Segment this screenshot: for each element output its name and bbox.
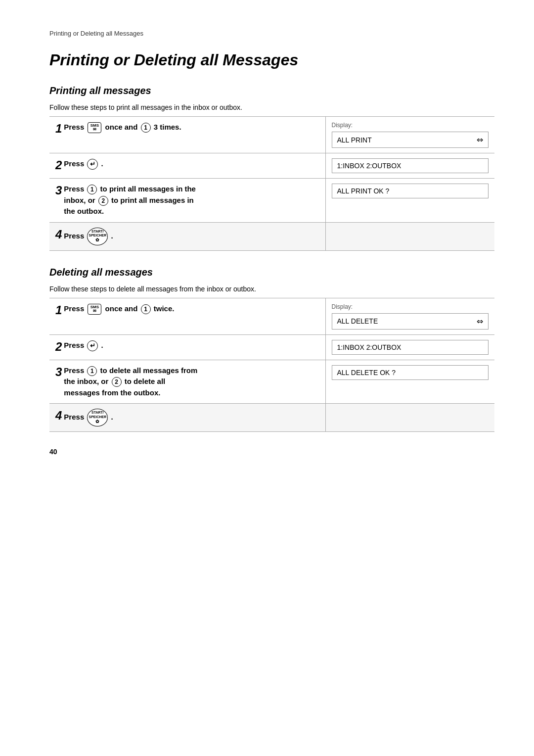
- display-label: Display:: [332, 303, 489, 310]
- printing-step-3: 3 Press 1 to print all messages in the i…: [49, 179, 494, 223]
- display-cell-d1: Display: ALL DELETE ⇔: [325, 298, 494, 334]
- circle-1-icon: 1: [141, 304, 151, 314]
- printing-step-2: 2 Press ↵ . 1:INBOX 2:OUTBOX: [49, 153, 494, 179]
- deleting-table: 1 Press SMS ✉ once and 1 twice. Display:…: [49, 298, 494, 432]
- step-number: 1: [55, 303, 62, 317]
- display-cell-d2: 1:INBOX 2:OUTBOX: [325, 334, 494, 360]
- printing-section-title: Printing all messages: [49, 85, 494, 96]
- step-number: 3: [55, 365, 62, 379]
- start-speicher-icon: START/SPEICHER ✿: [87, 228, 108, 245]
- display-text-d1: ALL DELETE: [337, 317, 378, 325]
- circle-1-icon: 1: [87, 185, 97, 194]
- arrow-icon: ⇔: [477, 135, 483, 144]
- arrow-icon: ⇔: [477, 317, 483, 326]
- display-cell-p4: [325, 222, 494, 250]
- display-text-d3: ALL DELETE OK ?: [337, 369, 396, 377]
- enter-button-icon: ↵: [87, 340, 98, 351]
- breadcrumb: Printing or Deleting all Messages: [49, 30, 494, 37]
- circle-2-icon: 2: [112, 377, 122, 387]
- display-box-p2: 1:INBOX 2:OUTBOX: [332, 158, 489, 173]
- step-content: Press ↵ .: [64, 158, 103, 170]
- display-text-p3: ALL PRINT OK ?: [337, 187, 390, 195]
- page-title: Printing or Deleting all Messages: [49, 51, 494, 69]
- deleting-step-1: 1 Press SMS ✉ once and 1 twice. Display:…: [49, 298, 494, 334]
- display-cell-p1: Display: ALL PRINT ⇔: [325, 117, 494, 153]
- display-box-d2: 1:INBOX 2:OUTBOX: [332, 340, 489, 355]
- step-number: 4: [55, 228, 62, 241]
- start-speicher-icon: START/SPEICHER ✿: [87, 409, 108, 426]
- display-box-d1: ALL DELETE ⇔: [332, 313, 489, 330]
- display-box-d3: ALL DELETE OK ?: [332, 365, 489, 380]
- printing-intro: Follow these steps to print all messages…: [49, 103, 494, 111]
- display-cell-p2: 1:INBOX 2:OUTBOX: [325, 153, 494, 179]
- step-content: Press 1 to print all messages in the inb…: [64, 184, 196, 217]
- display-cell-d3: ALL DELETE OK ?: [325, 360, 494, 404]
- step-number: 3: [55, 184, 62, 197]
- circle-1-icon: 1: [141, 123, 151, 133]
- deleting-section-title: Deleting all messages: [49, 267, 494, 278]
- display-cell-d4: [325, 404, 494, 432]
- deleting-intro: Follow these steps to delete all message…: [49, 285, 494, 293]
- enter-button-icon: ↵: [87, 159, 98, 170]
- sms-button-icon: SMS ✉: [88, 304, 101, 315]
- step-content: Press START/SPEICHER ✿ .: [64, 409, 113, 426]
- deleting-step-2: 2 Press ↵ . 1:INBOX 2:OUTBOX: [49, 334, 494, 360]
- sms-button-icon: SMS ✉: [88, 122, 101, 133]
- display-text-p1: ALL PRINT: [337, 136, 372, 144]
- step-content: Press ↵ .: [64, 340, 103, 351]
- display-text-p2: 1:INBOX 2:OUTBOX: [337, 162, 401, 170]
- printing-step-4: 4 Press START/SPEICHER ✿ .: [49, 222, 494, 250]
- step-number: 1: [55, 122, 62, 136]
- display-box-p3: ALL PRINT OK ?: [332, 184, 489, 198]
- step-content: Press SMS ✉ once and 1 3 times.: [64, 122, 181, 133]
- display-box-p1: ALL PRINT ⇔: [332, 132, 489, 148]
- printing-table: 1 Press SMS ✉ once and 1 3 times. Displa…: [49, 116, 494, 251]
- page-number: 40: [49, 448, 494, 456]
- display-cell-p3: ALL PRINT OK ?: [325, 179, 494, 223]
- step-number: 2: [55, 340, 62, 354]
- printing-step-1: 1 Press SMS ✉ once and 1 3 times. Displa…: [49, 117, 494, 153]
- circle-2-icon: 2: [98, 196, 108, 206]
- step-number: 2: [55, 158, 62, 172]
- deleting-step-3: 3 Press 1 to delete all messages from th…: [49, 360, 494, 404]
- step-content: Press 1 to delete all messages from the …: [64, 365, 197, 399]
- display-text-d2: 1:INBOX 2:OUTBOX: [337, 343, 401, 351]
- deleting-step-4: 4 Press START/SPEICHER ✿ .: [49, 404, 494, 432]
- step-content: Press START/SPEICHER ✿ .: [64, 228, 113, 245]
- step-number: 4: [55, 409, 62, 423]
- circle-1-icon: 1: [87, 366, 97, 376]
- step-content: Press SMS ✉ once and 1 twice.: [64, 303, 174, 315]
- display-label: Display:: [332, 122, 489, 129]
